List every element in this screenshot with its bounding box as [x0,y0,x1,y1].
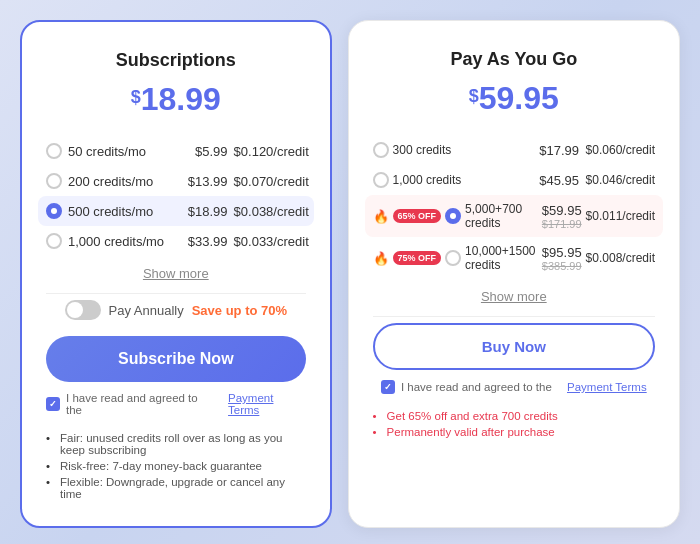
right-bullets: Get 65% off and extra 700 creditsPermane… [373,408,655,440]
right-plan-row[interactable]: 🔥65% OFF5,000+700 credits$59.95$171.99$0… [365,195,663,237]
right-price-symbol: $ [469,86,479,107]
plan-radio[interactable] [445,208,461,224]
right-plan-row[interactable]: 300 credits$17.99$0.060/credit [373,135,655,165]
plan-per-credit: $0.070/credit [234,174,306,189]
plan-name: 1,000 credits/mo [68,234,170,249]
right-bullet-item: Get 65% off and extra 700 credits [373,408,655,424]
plan-price: $5.99 [176,144,228,159]
left-price-symbol: $ [131,87,141,108]
plan-per-credit: $0.038/credit [234,204,306,219]
buy-now-button[interactable]: Buy Now [373,323,655,370]
plan-name: 200 credits/mo [68,174,170,189]
left-plan-row[interactable]: 200 credits/mo$13.99$0.070/credit [46,166,306,196]
plan-name: 300 credits [393,143,515,157]
plan-price: $33.99 [176,234,228,249]
right-plan-row[interactable]: 🔥75% OFF10,000+1500 credits$95.95$385.99… [373,237,655,279]
subscriptions-card: Subscriptions $18.99 50 credits/mo$5.99$… [20,20,332,528]
plan-name: 10,000+1500 credits [465,244,535,272]
price-group: $17.99 [519,143,579,158]
left-agree-checkbox[interactable] [46,397,60,411]
fire-icon: 🔥 [373,251,389,266]
right-agree-text: I have read and agreed to the [401,381,552,393]
plan-name: 1,000 credits [393,173,515,187]
plan-price: $45.95 [539,173,579,188]
plan-price: $18.99 [176,204,228,219]
left-card-title: Subscriptions [46,50,306,71]
right-plan-row[interactable]: 1,000 credits$45.95$0.046/credit [373,165,655,195]
left-show-more[interactable]: Show more [46,266,306,281]
left-bullets: Fair: unused credits roll over as long a… [46,430,306,502]
plan-radio[interactable] [46,173,62,189]
right-payment-terms-link[interactable]: Payment Terms [567,381,647,393]
plan-radio[interactable] [46,143,62,159]
left-plans-list: 50 credits/mo$5.99$0.120/credit200 credi… [46,136,306,256]
right-card-title: Pay As You Go [373,49,655,70]
left-plan-row[interactable]: 500 credits/mo$18.99$0.038/credit [38,196,314,226]
annual-toggle[interactable] [65,300,101,320]
right-price-value: 59.95 [479,80,559,116]
plan-per-credit: $0.033/credit [234,234,306,249]
plan-radio[interactable] [46,203,62,219]
plan-price: $13.99 [176,174,228,189]
save-label: Save up to 70% [192,303,287,318]
right-bullet-item: Permanently valid after purchase [373,424,655,440]
right-plans-list: 300 credits$17.99$0.060/credit1,000 cred… [373,135,655,279]
promo-badge: 75% OFF [393,251,442,265]
price-group: $45.95 [519,173,579,188]
toggle-label: Pay Annually [109,303,184,318]
toggle-row: Pay Annually Save up to 70% [46,300,306,320]
plan-per-credit: $0.120/credit [234,144,306,159]
left-card-price: $18.99 [46,81,306,118]
right-agree-checkbox[interactable] [381,380,395,394]
plan-name: 5,000+700 credits [465,202,522,230]
plan-radio[interactable] [46,233,62,249]
plan-per-credit: $0.060/credit [583,143,655,157]
plan-radio[interactable] [373,172,389,188]
plan-name: 500 credits/mo [68,204,170,219]
plan-price: $59.95 [542,203,582,218]
left-plan-row[interactable]: 50 credits/mo$5.99$0.120/credit [46,136,306,166]
right-agree-row: I have read and agreed to the Payment Te… [373,380,655,394]
left-plan-row[interactable]: 1,000 credits/mo$33.99$0.033/credit [46,226,306,256]
left-agree-text: I have read and agreed to the [66,392,213,416]
left-bullet-item: Fair: unused credits roll over as long a… [46,430,306,458]
price-group: $95.95$385.99 [540,245,582,272]
plan-per-credit: $0.011/credit [586,209,655,223]
plan-per-credit: $0.046/credit [583,173,655,187]
plan-name: 50 credits/mo [68,144,170,159]
promo-badge: 65% OFF [393,209,442,223]
price-group: $59.95$171.99 [526,203,581,230]
strike-price: $385.99 [542,260,582,272]
plan-radio[interactable] [373,142,389,158]
page-container: Subscriptions $18.99 50 credits/mo$5.99$… [0,0,700,544]
strike-price: $171.99 [542,218,582,230]
subscribe-button[interactable]: Subscribe Now [46,336,306,382]
plan-price: $95.95 [542,245,582,260]
plan-per-credit: $0.008/credit [586,251,655,265]
fire-icon: 🔥 [373,209,389,224]
left-agree-row: I have read and agreed to the Payment Te… [46,392,306,416]
left-bullet-item: Risk-free: 7-day money-back guarantee [46,458,306,474]
left-price-value: 18.99 [141,81,221,117]
plan-radio[interactable] [445,250,461,266]
left-payment-terms-link[interactable]: Payment Terms [228,392,306,416]
right-card-price: $59.95 [373,80,655,117]
payg-card: Pay As You Go $59.95 300 credits$17.99$0… [348,20,680,528]
right-show-more[interactable]: Show more [373,289,655,304]
plan-price: $17.99 [539,143,579,158]
left-bullet-item: Flexible: Downgrade, upgrade or cancel a… [46,474,306,502]
